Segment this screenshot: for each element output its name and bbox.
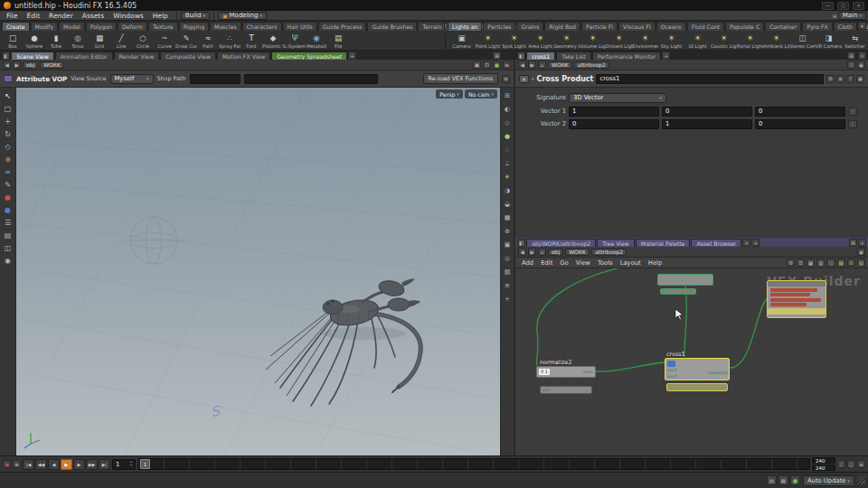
tool-distant-light[interactable]: ☀ Distant Light [606, 31, 632, 51]
new-tab-button[interactable]: + [662, 52, 670, 60]
pane-tab[interactable]: Composite View [160, 52, 216, 60]
playbar-menu-icon[interactable]: ≡ [857, 460, 865, 468]
tool-platonic-solids[interactable]: ◆ Platonic Solids [262, 31, 284, 51]
shelf-tab[interactable]: Guide Process [318, 22, 367, 31]
menu-item[interactable]: Help [148, 11, 173, 20]
pane-tab[interactable]: Motion FX View [217, 52, 270, 60]
grid-mode-icon[interactable]: ▦ [807, 258, 815, 267]
pane-tab[interactable]: Tree View [597, 239, 635, 247]
modeling-mode-button[interactable]: ▣ Modeling▾ [218, 12, 267, 20]
vector1-y-field[interactable]: 0 [662, 107, 752, 117]
jump-end-button[interactable]: ▶| [99, 459, 110, 470]
desktop-selector[interactable]: Main▾ [838, 12, 866, 20]
shelf-tab[interactable]: Model [59, 22, 85, 31]
network-canvas[interactable]: VEX Builder nor [515, 268, 868, 455]
pane-tab[interactable]: cross1 [526, 52, 555, 60]
node-output-port[interactable]: crossprod [707, 371, 727, 376]
network-menu-item[interactable]: Add [518, 259, 537, 267]
toolbar-options-icon[interactable]: ≡ [502, 75, 510, 83]
shelf-tab[interactable]: Populate C [725, 22, 764, 31]
tool-stereo-camera[interactable]: ◫ Stereo Camera [789, 31, 816, 51]
breadcrumb-chip[interactable]: WORK [565, 249, 590, 256]
paint-tool-icon[interactable]: ✎ [2, 179, 14, 190]
link-enabled-icon[interactable]: ● [493, 61, 501, 69]
display-normals-icon[interactable]: ⊥ [502, 158, 514, 169]
grid-display-icon[interactable]: ▦ [502, 212, 514, 223]
play-forward-button[interactable]: ▶▶ [86, 459, 98, 470]
memory-icon[interactable]: ▦ [778, 475, 788, 485]
pane-tab[interactable]: Performance Monitor [592, 52, 662, 60]
audio-icon[interactable]: ♪ [837, 460, 845, 468]
pin-icon[interactable]: ◉ [857, 61, 865, 69]
tool-point-light[interactable]: ☀ Point Light [475, 31, 501, 51]
network-menu-item[interactable]: Tools [594, 259, 617, 267]
tool-sky-light[interactable]: ☀ Sky Light [658, 31, 684, 51]
network-node-small[interactable]: vec [540, 386, 592, 394]
vector1-z-field[interactable]: 0 [755, 107, 845, 117]
network-node-ramp[interactable] [767, 280, 826, 318]
cook-mode-icon[interactable]: ● [790, 475, 800, 485]
network-menu-item[interactable]: View [572, 259, 594, 267]
shelf-tab[interactable]: Texture [148, 22, 178, 31]
shelf-tab[interactable]: Container [765, 22, 801, 31]
export-view-icon[interactable]: ⊡ [483, 61, 491, 69]
network-node-normalize2[interactable]: 0 1 nvec [536, 366, 596, 378]
pane-menu-icon[interactable]: ◧ [2, 52, 10, 60]
pane-tab[interactable]: Material Palette [636, 239, 691, 247]
home-icon[interactable]: ⌂ [538, 248, 546, 256]
pane-tab[interactable]: obj/WORK/attribvop2 [526, 239, 596, 247]
jump-start-button[interactable]: |◀ [23, 459, 34, 470]
wrench-icon[interactable]: ⚙ [787, 258, 795, 267]
maximize-button[interactable]: ◻ [837, 2, 849, 10]
camera-selector[interactable]: No cam▾ [465, 89, 497, 99]
vector1-x-field[interactable]: 1 [569, 107, 659, 117]
close-button[interactable]: × [853, 2, 864, 10]
timeline[interactable]: 1 [137, 458, 810, 470]
pane-split-icon[interactable]: ⊞ [849, 239, 857, 247]
play-button[interactable]: ▶ [61, 459, 72, 470]
network-menu-item[interactable]: Help [645, 259, 666, 267]
tool-gi-light[interactable]: ☀ GI Light [684, 31, 711, 51]
shelf-tab[interactable]: Modify [31, 22, 59, 31]
smooth-shaded-icon[interactable]: ● [502, 131, 514, 142]
shelf-tab[interactable]: Particle Fl [581, 22, 618, 31]
network-menu-item[interactable]: Go [556, 259, 571, 267]
node-menu-caret-icon[interactable]: ▾ [532, 76, 534, 81]
menu-item[interactable]: Render [44, 11, 78, 20]
tool-curve[interactable]: ~ Curve [154, 31, 175, 51]
tool-grid[interactable]: ▦ Grid [89, 31, 110, 51]
display-options-icon[interactable]: ≡ [502, 280, 514, 291]
home-icon[interactable]: ⌂ [538, 61, 546, 69]
mirror-tool-icon[interactable]: ◫ [2, 242, 14, 253]
tool-environment-light[interactable]: ☀ Environment Light [632, 31, 658, 51]
shelf-tab[interactable]: Cloth [834, 22, 857, 31]
ladder-icon[interactable]: ⋮ [848, 108, 857, 116]
tool-portal-light[interactable]: ☀ Portal Light [737, 31, 763, 51]
tool-metaball[interactable]: ◉ Metaball [306, 31, 327, 51]
shelf-tab[interactable]: Muscles [210, 22, 241, 31]
node-input-port[interactable]: vec1 [667, 369, 677, 373]
comb-tool-icon[interactable]: ☰ [2, 217, 14, 228]
network-menu-item[interactable]: Edit [537, 259, 556, 267]
tool-circle[interactable]: ○ Circle [132, 31, 154, 51]
columns-icon[interactable]: ▥ [816, 258, 825, 267]
auto-update-selector[interactable]: Auto Update▾ [803, 475, 854, 486]
keyframe-icon[interactable]: ◆ [3, 460, 11, 468]
network-node-small[interactable] [666, 383, 728, 391]
breadcrumb-chip[interactable]: attribvop2 [591, 249, 627, 256]
smooth-tool-icon[interactable]: ● [2, 204, 14, 215]
tool-box[interactable]: □ Box [2, 31, 24, 51]
vector2-z-field[interactable]: 0 [755, 119, 845, 129]
resize-grip[interactable] [857, 476, 865, 484]
breadcrumb-chip[interactable]: WORK [40, 61, 64, 69]
shelf-tab[interactable]: Guide Brushes [367, 22, 417, 31]
node-input-port[interactable]: vec2 [667, 375, 677, 380]
display-points-icon[interactable]: ∴ [502, 145, 514, 155]
tool-sphere[interactable]: ● Sphere [24, 31, 45, 51]
current-frame-field[interactable]: 1 ▴▾ [112, 459, 136, 470]
tool-torus[interactable]: ◎ Torus [67, 31, 89, 51]
shelf-tab[interactable]: Create [2, 22, 30, 31]
shading-mode-icon[interactable]: ◐ [502, 104, 514, 115]
viewport-canvas[interactable]: S [16, 88, 500, 455]
breadcrumb-chip[interactable]: obj [548, 249, 563, 256]
